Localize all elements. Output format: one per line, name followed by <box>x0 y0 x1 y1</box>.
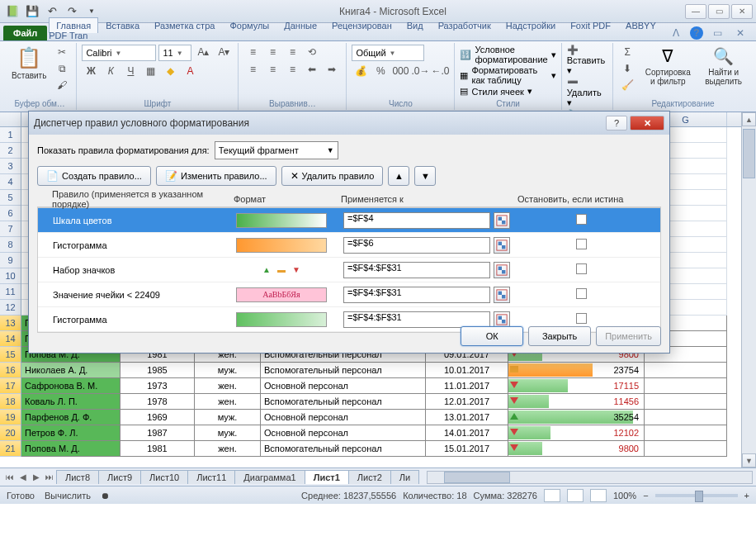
file-tab[interactable]: Файл <box>3 26 47 40</box>
hscroll-thumb[interactable] <box>444 472 510 483</box>
select-all-corner[interactable] <box>0 112 21 126</box>
save-icon[interactable]: 💾 <box>23 3 41 20</box>
range-input[interactable]: =$F$4:$F$31 <box>343 262 490 278</box>
cell[interactable]: 1969 <box>120 410 195 425</box>
range-input[interactable]: =$F$6 <box>343 237 490 254</box>
align-top-icon[interactable]: ≡ <box>243 45 262 59</box>
row-header-2[interactable]: 2 <box>0 143 21 159</box>
font-size-combo[interactable]: 11▼ <box>158 45 191 61</box>
rule-row[interactable]: Значение ячейки < 22409АаВbБбЯя=$F$4:$F$… <box>38 282 660 307</box>
cell[interactable]: Вспомогательный персонал <box>261 363 426 377</box>
dialog-title-bar[interactable]: Диспетчер правил условного форматировани… <box>29 112 669 135</box>
horizontal-scrollbar[interactable] <box>427 471 753 484</box>
row-header-1[interactable]: 1 <box>0 127 21 143</box>
font-name-combo[interactable]: Calibri▼ <box>82 45 156 61</box>
indent-dec-icon[interactable]: ⬅ <box>303 62 321 77</box>
find-select-button[interactable]: 🔍 Найти и выделить <box>699 45 748 93</box>
row-header-11[interactable]: 11 <box>0 284 21 300</box>
insert-cells-button[interactable]: ➕ Вставить ▾ <box>567 45 607 76</box>
scope-combo[interactable]: Текущий фрагмент ▼ <box>215 141 338 159</box>
cell[interactable] <box>645 363 727 377</box>
range-selector-button[interactable] <box>494 262 510 278</box>
cell[interactable]: Вспомогательный персонал <box>261 394 426 409</box>
close-button[interactable]: ✕ <box>731 4 753 19</box>
row-header-18[interactable]: 18 <box>0 394 21 410</box>
cell-styles-button[interactable]: ▤Стили ячеек ▾ <box>460 86 555 97</box>
range-input[interactable]: =$F$4 <box>343 212 490 229</box>
sheet-tab[interactable]: Лист2 <box>348 470 391 484</box>
view-layout-icon[interactable] <box>567 489 584 502</box>
sheet-tab[interactable]: Лист9 <box>98 470 141 484</box>
rule-row[interactable]: Набор значков▲▬▼=$F$4:$F$31 <box>38 258 660 282</box>
number-format-combo[interactable]: Общий▼ <box>352 45 424 61</box>
row-header-17[interactable]: 17 <box>0 378 21 394</box>
row-header-12[interactable]: 12 <box>0 300 21 316</box>
inc-decimal-icon[interactable]: .0→ <box>411 64 429 78</box>
orientation-icon[interactable]: ⟲ <box>303 45 321 59</box>
cell[interactable]: Попова М. Д. <box>21 441 120 456</box>
edit-rule-button[interactable]: 📝Изменить правило... <box>156 166 276 186</box>
cell[interactable]: жен. <box>195 441 261 456</box>
ribbon-tab-5[interactable]: Рецензирован <box>324 17 399 33</box>
align-left-icon[interactable]: ≡ <box>243 62 262 77</box>
close-dialog-button[interactable]: Закрыть <box>528 326 591 346</box>
range-selector-button[interactable] <box>494 311 510 328</box>
cell[interactable]: 1978 <box>120 394 195 409</box>
zoom-slider[interactable] <box>655 494 738 497</box>
row-header-8[interactable]: 8 <box>0 237 21 253</box>
view-normal-icon[interactable] <box>544 489 560 502</box>
cell[interactable] <box>645 410 727 425</box>
cut-icon[interactable]: ✂ <box>53 45 71 59</box>
cell[interactable]: Сафронова В. М. <box>21 378 120 393</box>
close-workbook-icon[interactable]: ✕ <box>731 26 749 40</box>
cell[interactable]: муж. <box>195 363 261 377</box>
align-mid-icon[interactable]: ≡ <box>263 45 281 59</box>
copy-icon[interactable]: ⧉ <box>53 61 71 76</box>
row-header-16[interactable]: 16 <box>0 363 21 378</box>
dialog-help-button[interactable]: ? <box>606 116 627 131</box>
tab-nav-next[interactable]: ▶ <box>30 472 43 482</box>
zoom-out-button[interactable]: − <box>643 491 648 501</box>
row-header-9[interactable]: 9 <box>0 253 21 268</box>
ribbon-tab-9[interactable]: Foxit PDF <box>563 17 618 33</box>
sheet-tab[interactable]: Лист1 <box>305 470 349 484</box>
grow-font-icon[interactable]: A▴ <box>194 45 212 59</box>
help-icon[interactable]: ? <box>690 26 703 40</box>
cell-value[interactable]: 17115 <box>508 378 645 393</box>
apply-button[interactable]: Применить <box>596 326 661 346</box>
row-header-6[interactable]: 6 <box>0 206 21 221</box>
ok-button[interactable]: ОК <box>461 326 523 346</box>
stop-checkbox[interactable] <box>576 313 587 324</box>
cell[interactable]: 1973 <box>120 378 195 393</box>
cell-value[interactable]: 23754 <box>508 363 645 377</box>
cell[interactable] <box>645 425 727 440</box>
cell-value[interactable]: 35254 <box>508 410 645 425</box>
row-header-10[interactable]: 10 <box>0 268 21 284</box>
fill-icon[interactable]: ⬇ <box>618 61 636 76</box>
stop-checkbox[interactable] <box>576 214 587 225</box>
cell[interactable]: Вспомогательный персонал <box>261 441 426 456</box>
format-painter-icon[interactable]: 🖌 <box>53 78 71 93</box>
ribbon-tab-3[interactable]: Формулы <box>222 17 276 33</box>
scroll-down-button[interactable]: ▼ <box>742 453 756 467</box>
stop-checkbox[interactable] <box>576 263 587 274</box>
sheet-tab[interactable]: Лист11 <box>187 470 235 484</box>
format-as-table-button[interactable]: ▦Форматировать как таблицу ▾ <box>460 65 555 85</box>
range-input[interactable]: =$F$4:$F$31 <box>343 311 490 328</box>
cell-value[interactable]: 9800 <box>508 441 645 456</box>
fill-color-icon[interactable]: ◆ <box>161 64 179 78</box>
cell[interactable]: муж. <box>195 425 261 440</box>
clear-icon[interactable]: 🧹 <box>618 78 636 93</box>
row-header-21[interactable]: 21 <box>0 441 21 457</box>
cell[interactable]: 11.01.2017 <box>426 378 508 393</box>
sheet-tab[interactable]: Диаграмма1 <box>234 470 305 484</box>
align-bot-icon[interactable]: ≡ <box>283 45 301 59</box>
cell[interactable] <box>645 441 727 456</box>
stop-checkbox[interactable] <box>576 239 587 249</box>
comma-icon[interactable]: 000 <box>391 64 409 78</box>
row-header-7[interactable]: 7 <box>0 221 21 237</box>
rules-list[interactable]: Шкала цветов=$F$4Гистограмма=$F$6Набор з… <box>37 207 661 333</box>
minimize-button[interactable]: — <box>685 4 706 19</box>
row-header-14[interactable]: 14 <box>0 331 21 347</box>
scroll-thumb[interactable] <box>743 129 755 178</box>
